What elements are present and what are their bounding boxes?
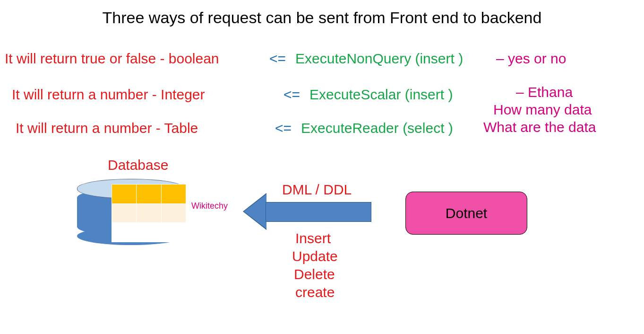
dotnet-box: Dotnet (405, 192, 527, 235)
exec-method-3: ExecuteReader (select ) (301, 120, 453, 136)
page-title: Three ways of request can be sent from F… (0, 9, 644, 27)
exec-method-1: ExecuteNonQuery (insert ) (295, 51, 463, 67)
database-table-icon (112, 184, 186, 242)
arrow-head (244, 194, 266, 229)
dml-ddl-label: DML / DDL (282, 182, 352, 198)
op-update: Update (292, 248, 338, 264)
dotnet-label: Dotnet (446, 205, 487, 221)
arrow-body (266, 202, 371, 222)
op-create: create (295, 284, 335, 300)
watermark: Wikitechy (191, 201, 228, 211)
database-label: Database (108, 157, 168, 173)
note-3: What are the data (483, 119, 596, 135)
arrow-symbol-1: <= (269, 51, 286, 67)
return-desc-2: It will return a number - Integer (12, 87, 205, 103)
exec-method-2: ExecuteScalar (insert ) (309, 87, 453, 103)
return-desc-1: It will return true or false - boolean (5, 51, 219, 67)
arrow-symbol-3: <= (275, 120, 292, 136)
op-insert: Insert (295, 230, 331, 246)
note-howmany: How many data (493, 102, 592, 118)
note-2: – Ethana (516, 84, 573, 100)
op-delete: Delete (294, 266, 335, 282)
return-desc-3: It will return a number - Table (16, 120, 198, 136)
note-1: – yes or no (496, 51, 566, 67)
arrow-symbol-2: <= (283, 87, 300, 103)
